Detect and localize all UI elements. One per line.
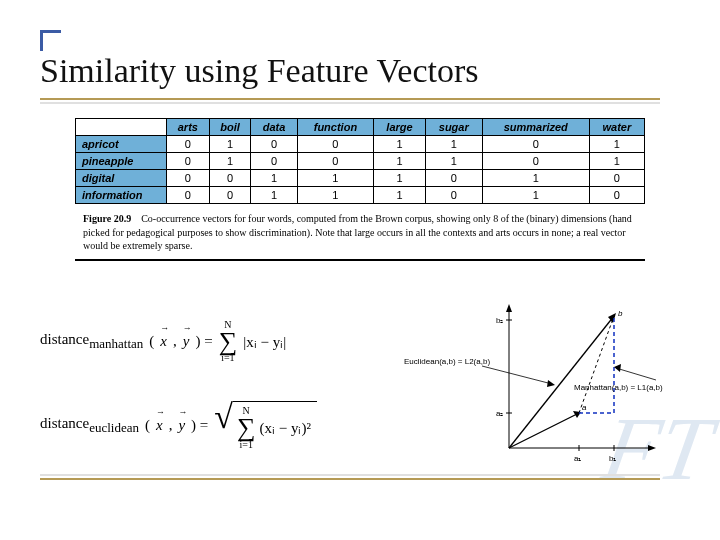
sqrt-icon: √ N ∑ i=1 (xᵢ − yᵢ)²: [214, 401, 317, 449]
sigma-icon: N ∑ i=1: [219, 320, 238, 363]
formula-subscript: manhattan: [89, 336, 143, 351]
cell: 0: [167, 187, 210, 204]
vector-x: x: [160, 333, 167, 350]
distance-formulas: distancemanhattan (x,y) = N ∑ i=1 |xᵢ − …: [40, 320, 400, 488]
sigma-icon: N ∑ i=1: [237, 406, 256, 449]
cell: 0: [589, 187, 644, 204]
table-row: pineapple 0 1 0 0 1 1 0 1: [76, 153, 645, 170]
svg-marker-25: [614, 364, 621, 372]
row-header: apricot: [76, 136, 167, 153]
sq-term: (xᵢ − yᵢ)²: [260, 419, 311, 437]
cell: 1: [374, 136, 426, 153]
svg-text:b₁: b₁: [609, 454, 616, 463]
row-header: digital: [76, 170, 167, 187]
caption-label: Figure 20.9: [83, 213, 131, 224]
svg-text:a₂: a₂: [496, 409, 503, 418]
figure-20-9: arts boil data function large sugar summ…: [75, 118, 645, 261]
svg-line-21: [482, 366, 552, 384]
table-row: digital 0 0 1 1 1 0 1 0: [76, 170, 645, 187]
equals: ) =: [195, 333, 212, 350]
cell: 0: [209, 170, 251, 187]
table-corner: [76, 119, 167, 136]
cell: 0: [297, 136, 374, 153]
col-header: summarized: [482, 119, 589, 136]
table-row: apricot 0 1 0 0 1 1 0 1: [76, 136, 645, 153]
caption-text: Co-occurrence vectors for four words, co…: [83, 213, 632, 251]
cell: 1: [251, 187, 297, 204]
formula-label: distance: [40, 415, 89, 431]
col-header: arts: [167, 119, 210, 136]
bottom-rule: [40, 478, 660, 480]
svg-line-4: [509, 413, 579, 448]
cell: 1: [589, 136, 644, 153]
svg-line-10: [579, 316, 614, 413]
cell: 0: [167, 153, 210, 170]
table-row: arts boil data function large sugar summ…: [76, 119, 645, 136]
svg-marker-3: [648, 445, 656, 451]
svg-marker-22: [547, 380, 555, 387]
svg-line-24: [616, 368, 656, 380]
formula-label: distance: [40, 331, 89, 347]
cell: 1: [425, 136, 482, 153]
formula-subscript: euclidean: [89, 420, 139, 435]
col-header: water: [589, 119, 644, 136]
cell: 1: [251, 170, 297, 187]
cell: 1: [209, 153, 251, 170]
cell: 0: [425, 170, 482, 187]
euclidean-formula: distanceeuclidean (x,y) = √ N ∑ i=1 (xᵢ …: [40, 401, 400, 449]
figure-caption: Figure 20.9 Co-occurrence vectors for fo…: [75, 212, 645, 261]
cell: 1: [425, 153, 482, 170]
sum-lower: i=1: [221, 353, 234, 363]
cell: 0: [297, 153, 374, 170]
cell: 1: [482, 187, 589, 204]
abs-term: |xᵢ − yᵢ|: [243, 333, 286, 351]
cell: 1: [589, 153, 644, 170]
svg-text:Euclidean(a,b) = L2(a,b): Euclidean(a,b) = L2(a,b): [404, 357, 490, 366]
cell: 1: [482, 170, 589, 187]
cell: 0: [251, 136, 297, 153]
cell: 0: [251, 153, 297, 170]
manhattan-formula: distancemanhattan (x,y) = N ∑ i=1 |xᵢ − …: [40, 320, 400, 363]
paren: (: [145, 417, 150, 434]
cell: 0: [209, 187, 251, 204]
cell: 0: [425, 187, 482, 204]
sum-lower: i=1: [240, 440, 253, 450]
col-header: boil: [209, 119, 251, 136]
row-header: pineapple: [76, 153, 167, 170]
svg-text:Manhattan(a,b) = L1(a,b): Manhattan(a,b) = L1(a,b): [574, 383, 663, 392]
col-header: function: [297, 119, 374, 136]
cell: 0: [167, 170, 210, 187]
svg-text:b₂: b₂: [496, 316, 503, 325]
cell: 1: [209, 136, 251, 153]
svg-text:a₁: a₁: [574, 454, 581, 463]
table-row: information 0 0 1 1 1 0 1 0: [76, 187, 645, 204]
cell: 0: [482, 153, 589, 170]
cell: 1: [374, 187, 426, 204]
vector-y: y: [178, 417, 185, 434]
vector-x: x: [156, 417, 163, 434]
slide-title: Similarity using Feature Vectors: [40, 52, 478, 90]
svg-line-7: [509, 316, 614, 448]
svg-text:a: a: [582, 403, 587, 412]
col-header: large: [374, 119, 426, 136]
distance-diagram: a b b₂ a₂ a₁ b₁ Euclidean(a,b) = L2(a,b)…: [404, 298, 664, 473]
paren: (: [149, 333, 154, 350]
cell: 1: [297, 187, 374, 204]
col-header: sugar: [425, 119, 482, 136]
corner-accent: [40, 30, 61, 51]
cell: 0: [167, 136, 210, 153]
svg-marker-1: [506, 304, 512, 312]
cell: 1: [374, 153, 426, 170]
cell: 0: [589, 170, 644, 187]
col-header: data: [251, 119, 297, 136]
cooccurrence-table: arts boil data function large sugar summ…: [75, 118, 645, 204]
svg-text:b: b: [618, 309, 623, 318]
equals: ) =: [191, 417, 208, 434]
title-rule: [40, 98, 660, 100]
cell: 1: [297, 170, 374, 187]
cell: 0: [482, 136, 589, 153]
cell: 1: [374, 170, 426, 187]
vector-y: y: [183, 333, 190, 350]
row-header: information: [76, 187, 167, 204]
